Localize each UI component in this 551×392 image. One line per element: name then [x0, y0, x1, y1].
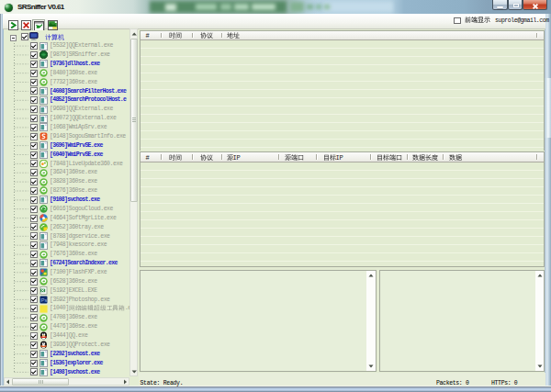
- svg-text:Ps: Ps: [40, 297, 47, 303]
